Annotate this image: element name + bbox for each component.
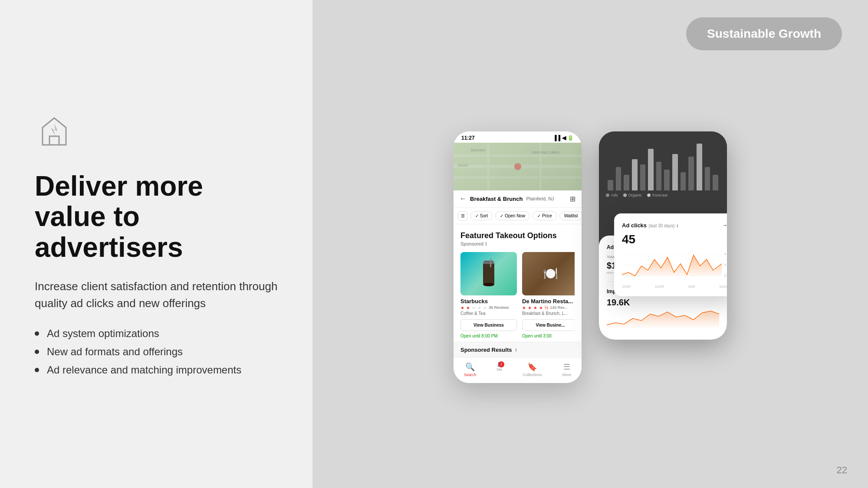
bar-10	[681, 172, 686, 190]
ad-clicks-chart: 4 2 0	[622, 251, 727, 281]
svg-text:Mountain Lakes: Mountain Lakes	[532, 150, 559, 154]
floating-ad-clicks-card: Ad clicks (last 30 days) ℹ → 45	[614, 213, 727, 296]
starbucks-stars: ★ ★ ★ ★ ★ 38 Reviews	[460, 305, 517, 310]
nav-more[interactable]: ☰ More	[562, 362, 572, 377]
sponsored-row: Sponsored ℹ	[460, 241, 575, 247]
nav-collections[interactable]: 🔖 Collections	[523, 362, 542, 377]
legend-ads: Ads	[606, 193, 618, 197]
sustainable-growth-badge: Sustainable Growth	[686, 17, 842, 50]
bar-1	[608, 180, 613, 190]
logo-icon	[35, 115, 74, 154]
sponsored-results-bar: Sponsored Results ℹ	[454, 342, 582, 357]
bar-9	[672, 154, 678, 190]
bar-2	[616, 167, 621, 190]
list-item: Ad system optimizations	[35, 328, 278, 340]
demartino-image: 🍽️	[522, 252, 575, 295]
waitlist-filter[interactable]: Waitlist	[559, 211, 582, 220]
page-number: 22	[837, 465, 847, 476]
filter-icon[interactable]: ☰	[458, 211, 468, 220]
bottom-nav: 🔍 Search 👤 2 Me 🔖 Collections ☰ More	[454, 357, 582, 383]
svg-text:0: 0	[724, 274, 726, 277]
svg-text:Boonton: Boonton	[471, 148, 486, 152]
demartino-name: De Martino Resta...	[522, 298, 575, 305]
business-cards: Starbucks ★ ★ ★ ★ ★ 38 Reviews Coffee & …	[460, 252, 575, 342]
svg-text:2: 2	[724, 263, 726, 266]
phones-container: 11:27 ▐▐ ◀ 🔋 Boonton Dover Moun	[454, 131, 727, 383]
breadcrumb-main: Breakfast & Brunch	[470, 196, 523, 202]
svg-rect-11	[483, 263, 494, 285]
ad-clicks-arrow-icon[interactable]: →	[722, 222, 727, 229]
demartino-view-btn[interactable]: View Busine...	[522, 319, 575, 331]
svg-point-13	[483, 283, 494, 286]
demartino-stars: ★ ★ ★ ★ ½ 145 Rev...	[522, 305, 575, 310]
bar-4	[632, 159, 638, 190]
map-area: Boonton Dover Mountain Lakes	[454, 143, 582, 190]
starbucks-name: Starbucks	[460, 298, 517, 305]
me-nav-icon: 👤 2	[497, 362, 502, 367]
starbucks-category: Coffee & Tea	[460, 311, 517, 316]
status-time: 11:27	[461, 135, 475, 141]
analytics-bars	[606, 138, 720, 190]
ad-clicks-value: 45	[622, 233, 727, 246]
right-panel: Sustainable Growth 11:27 ▐▐ ◀ 🔋	[312, 0, 868, 488]
featured-section: Featured Takeout Options Sponsored ℹ	[454, 224, 582, 342]
info-icon: ℹ	[485, 241, 487, 247]
sort-filter[interactable]: ✓ Sort	[470, 211, 493, 220]
map-icon[interactable]: ⊞	[570, 195, 575, 203]
open-now-filter[interactable]: ✓ Open Now	[495, 211, 530, 220]
status-bar: 11:27 ▐▐ ◀ 🔋	[454, 131, 582, 143]
left-panel: Deliver more value to advertisers Increa…	[0, 0, 312, 488]
svg-rect-14	[482, 262, 495, 264]
subtitle: Increase client satisfaction and retenti…	[35, 278, 278, 312]
float-card-header: Ad clicks (last 30 days) ℹ →	[622, 221, 727, 229]
sponsored-label: Sponsored	[460, 241, 483, 246]
starbucks-image	[460, 252, 517, 295]
svg-marker-0	[51, 123, 57, 136]
bar-6	[648, 149, 654, 190]
nav-search[interactable]: 🔍 Search	[464, 362, 477, 377]
x-axis-labels: 11/22 11/29 12/6 12/13	[622, 285, 727, 288]
bar-14	[713, 175, 718, 190]
phone-yelp: 11:27 ▐▐ ◀ 🔋 Boonton Dover Moun	[454, 131, 582, 383]
sponsored-results-label: Sponsored Results	[460, 347, 512, 353]
status-icons: ▐▐ ◀ 🔋	[553, 135, 574, 141]
filter-bar: ☰ ✓ Sort ✓ Open Now ✓ Price Waitlist	[454, 208, 582, 224]
demartino-card: 🍽️ De Martino Resta... ★ ★ ★ ★ ½ 145 Rev…	[522, 252, 575, 342]
breadcrumb-sub: Plainfield, NJ	[526, 196, 554, 201]
impressions-chart	[607, 308, 719, 329]
svg-point-7	[514, 163, 521, 170]
list-item: Ad relevance and matching improvements	[35, 364, 278, 376]
x-label-1: 11/22	[622, 285, 631, 288]
impressions-value: 19.6K	[607, 298, 719, 308]
price-filter[interactable]: ✓ Price	[533, 211, 557, 220]
bar-12	[697, 144, 702, 190]
ad-clicks-info-icon: ℹ	[677, 223, 678, 228]
bullet-dot	[35, 350, 39, 354]
svg-rect-15	[490, 259, 491, 267]
more-nav-icon: ☰	[563, 362, 570, 372]
nav-me[interactable]: 👤 2 Me	[497, 362, 503, 377]
main-heading: Deliver more value to advertisers	[35, 171, 278, 262]
starbucks-view-btn[interactable]: View Business	[460, 319, 517, 331]
bullet-list: Ad system optimizations New ad formats a…	[35, 328, 278, 382]
back-arrow-icon[interactable]: ←	[460, 195, 467, 203]
collections-nav-icon: 🔖	[527, 362, 537, 372]
bar-8	[664, 170, 670, 190]
x-label-3: 12/6	[688, 285, 695, 288]
bullet-dot	[35, 368, 39, 372]
bar-13	[705, 167, 710, 190]
bar-3	[624, 175, 629, 190]
bar-7	[656, 162, 662, 190]
legend-organic: Organic	[623, 193, 642, 197]
svg-text:4: 4	[724, 252, 726, 255]
starbucks-card: Starbucks ★ ★ ★ ★ ★ 38 Reviews Coffee & …	[460, 252, 517, 342]
ad-clicks-period: (last 30 days)	[649, 223, 675, 228]
chart-legend: Ads Organic Forecast	[606, 193, 720, 197]
x-label-2: 11/29	[655, 285, 664, 288]
breadcrumb-bar: ← Breakfast & Brunch Plainfield, NJ ⊞	[454, 190, 582, 208]
demartino-open: Open until 3:00	[522, 334, 575, 338]
legend-forecast: Forecast	[647, 193, 667, 197]
bullet-dot	[35, 331, 39, 336]
starbucks-open: Open until 8:00 PM	[460, 334, 517, 338]
featured-title: Featured Takeout Options	[460, 231, 575, 240]
